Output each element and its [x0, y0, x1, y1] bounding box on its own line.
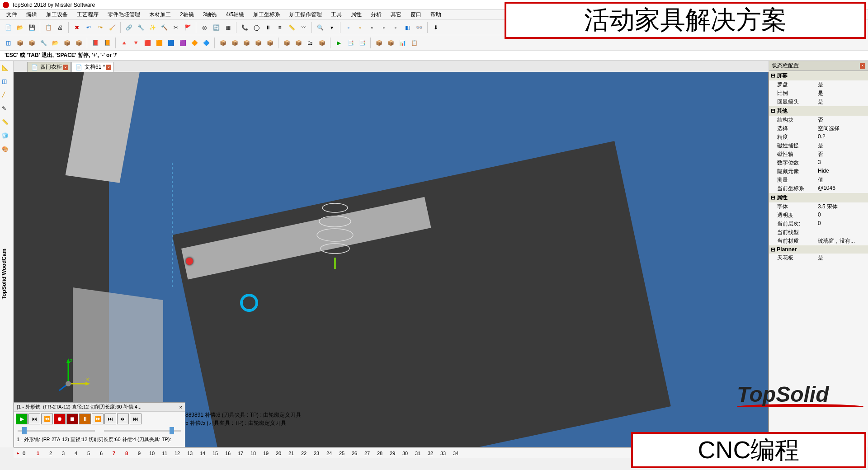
menu-加工操作管理[interactable]: 加工操作管理 [287, 10, 325, 19]
sim-skip-button[interactable]: ⏭ [117, 414, 129, 424]
menu-属性[interactable]: 属性 [348, 10, 364, 19]
view4-button[interactable]: ▫ [378, 22, 389, 33]
save-button[interactable]: 💾 [26, 22, 37, 33]
flag-button[interactable]: 🚩 [182, 22, 193, 33]
redo-button[interactable]: ↷ [95, 22, 106, 33]
tb2-25[interactable]: 🗂 [305, 38, 316, 48]
ruler-step-16[interactable]: 16 [222, 451, 234, 456]
tb2-18[interactable]: 📦 [217, 38, 228, 48]
prop-group-屏幕[interactable]: ⊟ 屏幕 [769, 71, 868, 80]
tool-button[interactable]: 🔨 [159, 22, 170, 33]
prop-row[interactable]: 当前坐标系@1046 [769, 184, 868, 193]
prop-row[interactable]: 数字位数3 [769, 159, 868, 167]
ruler-step-11[interactable]: 11 [158, 451, 171, 456]
prop-row[interactable]: 当前层次:0 [769, 220, 868, 228]
tb2-5[interactable]: 📂 [50, 38, 61, 48]
tb2-32[interactable]: 📊 [397, 38, 408, 48]
ruler-step-30[interactable]: 30 [399, 451, 411, 456]
tb2-7[interactable]: 📦 [73, 38, 84, 48]
ruler-step-29[interactable]: 29 [386, 451, 399, 456]
menu-编辑[interactable]: 编辑 [24, 10, 40, 19]
prop-row[interactable]: 精度0.2 [769, 133, 868, 141]
ruler-step-31[interactable]: 31 [411, 451, 424, 456]
tb2-23[interactable]: 📦 [281, 38, 292, 48]
sim-next-button[interactable]: ⏩ [92, 414, 104, 424]
axis-gizmo-icon[interactable]: z x [55, 357, 91, 393]
prop-row[interactable]: 回显箭头是 [769, 98, 868, 106]
prop-row[interactable]: 磁性捕捉是 [769, 141, 868, 150]
ruler-step-7[interactable]: 7 [108, 451, 120, 456]
tab-close-icon[interactable]: × [106, 65, 111, 70]
ruler-step-21[interactable]: 21 [285, 451, 297, 456]
prop-group-Planner[interactable]: ⊟ Planner [769, 245, 868, 254]
prop-row[interactable]: 罗盘是 [769, 80, 868, 89]
menu-加工设备[interactable]: 加工设备 [43, 10, 71, 19]
align-button[interactable]: ≡ [274, 22, 285, 33]
refresh-button[interactable]: 🔄 [211, 22, 222, 33]
ruler-step-34[interactable]: 34 [449, 451, 462, 456]
prop-row[interactable]: 比例是 [769, 89, 868, 98]
tb2-30[interactable]: 📦 [373, 38, 384, 48]
tb2-28[interactable]: 📑 [345, 38, 356, 48]
sim-pause-button[interactable]: ⏸ [79, 414, 91, 424]
measure-button[interactable]: 📏 [286, 22, 297, 33]
sim-step-button[interactable]: ⏭ [104, 414, 116, 424]
viewport-3d[interactable]: z x [14, 72, 769, 447]
prop-row[interactable]: 结构块否 [769, 116, 868, 124]
tb2-29[interactable]: 📑 [357, 38, 368, 48]
down-button[interactable]: ⬇ [430, 22, 441, 33]
ruler-step-13[interactable]: 13 [184, 451, 196, 456]
view3-button[interactable]: ▫ [367, 22, 377, 33]
ruler-step-25[interactable]: 25 [335, 451, 348, 456]
prop-row[interactable]: 字体3.5 宋体 [769, 202, 868, 211]
tb2-10[interactable]: 🔺 [118, 38, 129, 48]
prop-row[interactable]: 当前材质玻璃窗，没有... [769, 237, 868, 245]
tb2-24[interactable]: 📦 [293, 38, 304, 48]
ruler-step-6[interactable]: 6 [95, 451, 108, 456]
open-button[interactable]: 📂 [14, 22, 25, 33]
ruler-step-26[interactable]: 26 [348, 451, 361, 456]
menu-零件毛坯管理[interactable]: 零件毛坯管理 [105, 10, 143, 19]
goggles-button[interactable]: 👓 [414, 22, 425, 33]
panel-close-icon[interactable]: × [860, 63, 865, 69]
sim-prev-button[interactable]: ⏪ [41, 414, 53, 424]
undo-button[interactable]: ↶ [83, 22, 94, 33]
tb2-26[interactable]: 📦 [316, 38, 327, 48]
ruler-step-1[interactable]: 1 [32, 451, 44, 456]
ruler-step-2[interactable]: 2 [44, 451, 57, 456]
view1-button[interactable]: ▫ [343, 22, 354, 33]
ruler-step-5[interactable]: 5 [82, 451, 95, 456]
ruler-step-4[interactable]: 4 [70, 451, 82, 456]
prop-row[interactable]: 选择空间选择 [769, 124, 868, 133]
ruler-step-3[interactable]: 3 [57, 451, 70, 456]
cube-button[interactable]: ◧ [402, 22, 413, 33]
ruler-step-17[interactable]: 17 [234, 451, 247, 456]
phone-button[interactable]: 📞 [239, 22, 250, 33]
erase-button[interactable]: 🧹 [107, 22, 118, 33]
sparkle-button[interactable]: ✨ [147, 22, 158, 33]
ruler-step-14[interactable]: 14 [196, 451, 209, 456]
prop-row[interactable]: 天花板是 [769, 254, 868, 262]
prop-row[interactable]: 透明度0 [769, 211, 868, 220]
sb-axis-icon[interactable]: 📐 [2, 65, 12, 75]
ruler-step-10[interactable]: 10 [146, 451, 158, 456]
tb2-9[interactable]: 📙 [102, 38, 113, 48]
tb2-15[interactable]: 🟪 [177, 38, 188, 48]
grid-button[interactable]: ▦ [222, 22, 233, 33]
tb2-21[interactable]: 📦 [253, 38, 264, 48]
sim-record-button[interactable]: ⏺ [54, 414, 66, 424]
tb2-2[interactable]: 📦 [14, 38, 25, 48]
pause-button[interactable]: ⏸ [263, 22, 274, 33]
wave-button[interactable]: 〰 [298, 22, 309, 33]
ruler-step-23[interactable]: 23 [310, 451, 323, 456]
tb2-4[interactable]: 🔧 [38, 38, 49, 48]
view5-button[interactable]: ▫ [390, 22, 401, 33]
tb2-12[interactable]: 🟥 [142, 38, 153, 48]
ruler-step-20[interactable]: 20 [272, 451, 285, 456]
delete-button[interactable]: ✖ [71, 22, 82, 33]
ruler-step-18[interactable]: 18 [247, 451, 259, 456]
ruler-step-33[interactable]: 33 [437, 451, 449, 456]
ruler-step-19[interactable]: 19 [259, 451, 272, 456]
link-button[interactable]: 🔗 [123, 22, 134, 33]
sim-stop-button[interactable]: ⏹ [66, 414, 78, 424]
